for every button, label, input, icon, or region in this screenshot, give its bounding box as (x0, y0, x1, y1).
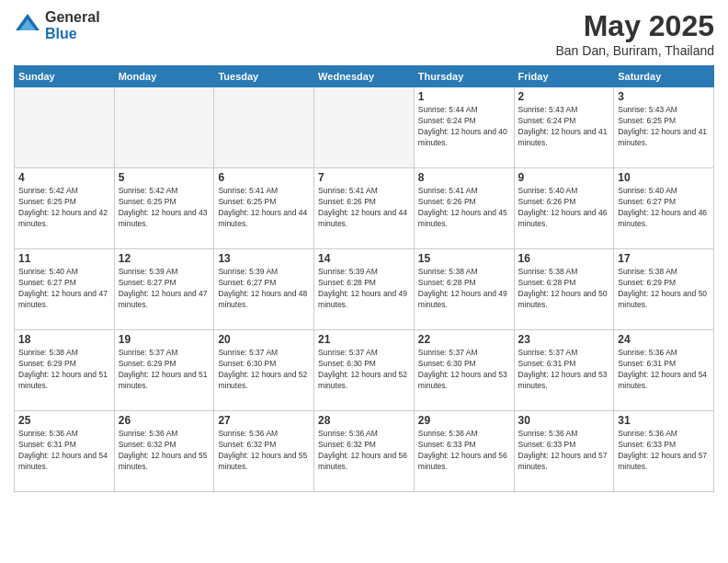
day-number: 30 (518, 414, 610, 427)
calendar-cell: 30Sunrise: 5:36 AMSunset: 6:33 PMDayligh… (514, 411, 614, 492)
calendar-cell: 6Sunrise: 5:41 AMSunset: 6:25 PMDaylight… (214, 168, 314, 249)
header-wednesday: Wednesday (314, 66, 415, 87)
day-info: Sunrise: 5:37 AMSunset: 6:29 PMDaylight:… (119, 348, 210, 392)
day-number: 8 (418, 171, 510, 184)
day-info: Sunrise: 5:36 AMSunset: 6:31 PMDaylight:… (18, 429, 110, 473)
day-number: 9 (518, 171, 610, 184)
header-monday: Monday (114, 66, 214, 87)
day-number: 19 (119, 333, 210, 346)
calendar-cell: 17Sunrise: 5:38 AMSunset: 6:29 PMDayligh… (614, 249, 714, 330)
day-number: 12 (119, 252, 210, 265)
calendar-cell: 23Sunrise: 5:37 AMSunset: 6:31 PMDayligh… (514, 330, 614, 411)
header-sunday: Sunday (15, 66, 115, 87)
day-info: Sunrise: 5:43 AMSunset: 6:24 PMDaylight:… (518, 105, 610, 149)
day-info: Sunrise: 5:37 AMSunset: 6:31 PMDaylight:… (518, 348, 610, 392)
day-info: Sunrise: 5:39 AMSunset: 6:28 PMDaylight:… (318, 267, 410, 311)
calendar-cell: 13Sunrise: 5:39 AMSunset: 6:27 PMDayligh… (214, 249, 314, 330)
day-info: Sunrise: 5:40 AMSunset: 6:27 PMDaylight:… (18, 267, 110, 311)
calendar-cell (15, 87, 115, 168)
logo-blue-label: Blue (45, 26, 100, 42)
day-number: 18 (18, 333, 110, 346)
page: General Blue May 2025 Ban Dan, Buriram, … (0, 0, 728, 563)
week-row-4: 18Sunrise: 5:38 AMSunset: 6:29 PMDayligh… (15, 330, 714, 411)
logo-general-label: General (45, 9, 100, 26)
day-info: Sunrise: 5:38 AMSunset: 6:28 PMDaylight:… (418, 267, 510, 311)
header-saturday: Saturday (614, 66, 714, 87)
day-info: Sunrise: 5:40 AMSunset: 6:27 PMDaylight:… (618, 186, 710, 230)
calendar-cell: 10Sunrise: 5:40 AMSunset: 6:27 PMDayligh… (614, 168, 714, 249)
calendar-cell: 27Sunrise: 5:36 AMSunset: 6:32 PMDayligh… (214, 411, 314, 492)
day-info: Sunrise: 5:40 AMSunset: 6:26 PMDaylight:… (518, 186, 610, 230)
day-number: 17 (618, 252, 710, 265)
calendar-cell (114, 87, 214, 168)
day-number: 5 (119, 171, 210, 184)
calendar-cell: 19Sunrise: 5:37 AMSunset: 6:29 PMDayligh… (114, 330, 214, 411)
weekday-header-row: Sunday Monday Tuesday Wednesday Thursday… (15, 66, 714, 87)
week-row-2: 4Sunrise: 5:42 AMSunset: 6:25 PMDaylight… (15, 168, 714, 249)
day-number: 15 (418, 252, 510, 265)
day-info: Sunrise: 5:37 AMSunset: 6:30 PMDaylight:… (218, 348, 310, 392)
calendar-cell: 5Sunrise: 5:42 AMSunset: 6:25 PMDaylight… (114, 168, 214, 249)
calendar-cell: 1Sunrise: 5:44 AMSunset: 6:24 PMDaylight… (414, 87, 514, 168)
day-info: Sunrise: 5:38 AMSunset: 6:28 PMDaylight:… (518, 267, 610, 311)
calendar-cell: 2Sunrise: 5:43 AMSunset: 6:24 PMDaylight… (514, 87, 614, 168)
logo-text: General Blue (45, 9, 100, 41)
day-info: Sunrise: 5:36 AMSunset: 6:33 PMDaylight:… (518, 429, 610, 473)
day-number: 24 (618, 333, 710, 346)
header-thursday: Thursday (414, 66, 514, 87)
calendar-cell: 9Sunrise: 5:40 AMSunset: 6:26 PMDaylight… (514, 168, 614, 249)
calendar-cell: 3Sunrise: 5:43 AMSunset: 6:25 PMDaylight… (614, 87, 714, 168)
calendar-cell: 31Sunrise: 5:36 AMSunset: 6:33 PMDayligh… (614, 411, 714, 492)
calendar-cell (214, 87, 314, 168)
calendar-cell: 22Sunrise: 5:37 AMSunset: 6:30 PMDayligh… (414, 330, 514, 411)
day-info: Sunrise: 5:39 AMSunset: 6:27 PMDaylight:… (119, 267, 210, 311)
day-info: Sunrise: 5:36 AMSunset: 6:32 PMDaylight:… (218, 429, 310, 473)
calendar-cell: 26Sunrise: 5:36 AMSunset: 6:32 PMDayligh… (114, 411, 214, 492)
day-number: 4 (18, 171, 110, 184)
calendar-cell: 28Sunrise: 5:36 AMSunset: 6:32 PMDayligh… (314, 411, 415, 492)
day-info: Sunrise: 5:36 AMSunset: 6:32 PMDaylight:… (119, 429, 210, 473)
day-info: Sunrise: 5:36 AMSunset: 6:31 PMDaylight:… (618, 348, 710, 392)
title-block: May 2025 Ban Dan, Buriram, Thailand (556, 9, 715, 58)
day-number: 26 (119, 414, 210, 427)
calendar-cell: 15Sunrise: 5:38 AMSunset: 6:28 PMDayligh… (414, 249, 514, 330)
calendar-cell (314, 87, 415, 168)
day-number: 11 (18, 252, 110, 265)
day-info: Sunrise: 5:37 AMSunset: 6:30 PMDaylight:… (418, 348, 510, 392)
day-number: 3 (618, 90, 710, 103)
header: General Blue May 2025 Ban Dan, Buriram, … (14, 9, 714, 58)
location-subtitle: Ban Dan, Buriram, Thailand (556, 43, 715, 58)
week-row-1: 1Sunrise: 5:44 AMSunset: 6:24 PMDaylight… (15, 87, 714, 168)
day-number: 7 (318, 171, 410, 184)
calendar-cell: 7Sunrise: 5:41 AMSunset: 6:26 PMDaylight… (314, 168, 415, 249)
day-info: Sunrise: 5:38 AMSunset: 6:29 PMDaylight:… (618, 267, 710, 311)
calendar-cell: 20Sunrise: 5:37 AMSunset: 6:30 PMDayligh… (214, 330, 314, 411)
header-friday: Friday (514, 66, 614, 87)
day-number: 16 (518, 252, 610, 265)
day-info: Sunrise: 5:41 AMSunset: 6:26 PMDaylight:… (418, 186, 510, 230)
logo-icon (14, 12, 41, 40)
header-tuesday: Tuesday (214, 66, 314, 87)
week-row-5: 25Sunrise: 5:36 AMSunset: 6:31 PMDayligh… (15, 411, 714, 492)
calendar-cell: 11Sunrise: 5:40 AMSunset: 6:27 PMDayligh… (15, 249, 115, 330)
day-info: Sunrise: 5:36 AMSunset: 6:32 PMDaylight:… (318, 429, 410, 473)
day-number: 25 (18, 414, 110, 427)
day-number: 6 (218, 171, 310, 184)
day-info: Sunrise: 5:39 AMSunset: 6:27 PMDaylight:… (218, 267, 310, 311)
day-number: 14 (318, 252, 410, 265)
calendar-cell: 18Sunrise: 5:38 AMSunset: 6:29 PMDayligh… (15, 330, 115, 411)
day-number: 29 (418, 414, 510, 427)
day-number: 20 (218, 333, 310, 346)
logo: General Blue (14, 9, 100, 41)
calendar-cell: 8Sunrise: 5:41 AMSunset: 6:26 PMDaylight… (414, 168, 514, 249)
day-number: 23 (518, 333, 610, 346)
day-info: Sunrise: 5:41 AMSunset: 6:26 PMDaylight:… (318, 186, 410, 230)
day-number: 21 (318, 333, 410, 346)
week-row-3: 11Sunrise: 5:40 AMSunset: 6:27 PMDayligh… (15, 249, 714, 330)
calendar-cell: 24Sunrise: 5:36 AMSunset: 6:31 PMDayligh… (614, 330, 714, 411)
day-info: Sunrise: 5:43 AMSunset: 6:25 PMDaylight:… (618, 105, 710, 149)
day-number: 22 (418, 333, 510, 346)
calendar-cell: 12Sunrise: 5:39 AMSunset: 6:27 PMDayligh… (114, 249, 214, 330)
day-info: Sunrise: 5:37 AMSunset: 6:30 PMDaylight:… (318, 348, 410, 392)
calendar-cell: 4Sunrise: 5:42 AMSunset: 6:25 PMDaylight… (15, 168, 115, 249)
